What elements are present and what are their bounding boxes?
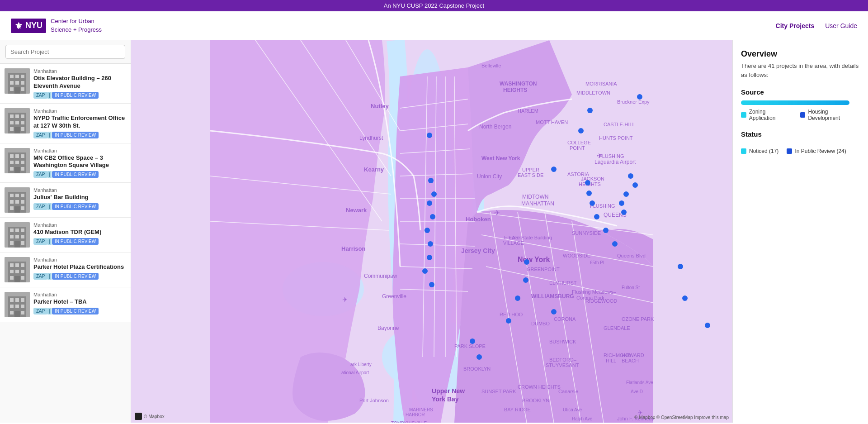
svg-rect-50: [15, 235, 19, 238]
svg-rect-16: [10, 121, 14, 124]
svg-rect-70: [21, 298, 24, 302]
nyu-logo: ⚜ NYU: [11, 19, 46, 33]
svg-rect-40: [21, 200, 24, 204]
svg-rect-42: [21, 206, 24, 210]
project-borough: Manhattan: [33, 257, 126, 262]
svg-rect-47: [15, 229, 19, 232]
tag-zap: ZAP: [33, 203, 47, 210]
svg-rect-26: [21, 154, 24, 158]
svg-point-213: [524, 259, 529, 265]
svg-text:CORONA: CORONA: [554, 316, 576, 322]
svg-rect-25: [15, 154, 19, 158]
nyu-text: NYU: [25, 21, 42, 30]
svg-text:POINT: POINT: [570, 145, 585, 151]
svg-point-199: [428, 241, 433, 247]
svg-rect-28: [15, 161, 19, 164]
svg-rect-32: [14, 167, 20, 173]
svg-rect-43: [14, 206, 20, 213]
project-tags: ZAP | IN PUBLIC REVIEW: [33, 273, 126, 280]
svg-text:Upper New: Upper New: [432, 387, 465, 395]
svg-text:HOWARD: HOWARD: [622, 353, 644, 358]
map-area[interactable]: Nutley Lyndhurst Kearny Newark Harrison …: [131, 40, 732, 423]
tag-review: IN PUBLIC REVIEW: [52, 203, 99, 210]
source-dot-0: [741, 112, 746, 118]
svg-text:MOTT HAVEN: MOTT HAVEN: [536, 119, 568, 125]
right-panel: Overview There are 41 projects in the ar…: [732, 40, 868, 423]
svg-text:York Bay: York Bay: [432, 395, 459, 403]
nav-user-guide[interactable]: User Guide: [825, 22, 857, 29]
project-item[interactable]: ManhattanOtis Elevator Building – 260 El…: [0, 64, 131, 104]
search-input[interactable]: [5, 45, 125, 59]
svg-rect-64: [21, 276, 24, 280]
svg-text:Empire State Building: Empire State Building: [504, 235, 552, 240]
svg-rect-17: [15, 121, 19, 124]
svg-rect-65: [14, 276, 20, 282]
svg-text:HEIGHTS: HEIGHTS: [503, 87, 527, 93]
project-item[interactable]: Manhattan410 Madison TDR (GEM)ZAP | IN P…: [0, 218, 131, 252]
project-thumb: [5, 148, 30, 173]
project-info: ManhattanJulius' Bar BuildingZAP | IN PU…: [33, 187, 126, 210]
attribution-text: © Mapbox © OpenStreetMap Improve this ma…: [634, 415, 729, 420]
svg-text:Kearny: Kearny: [364, 166, 384, 173]
svg-rect-7: [21, 81, 24, 85]
svg-rect-51: [21, 235, 24, 238]
project-name: Parker Hotel – TBA: [33, 298, 126, 306]
project-thumb: [5, 257, 30, 282]
svg-rect-41: [10, 206, 14, 210]
project-thumb: [5, 222, 30, 248]
project-item[interactable]: ManhattanJulius' Bar BuildingZAP | IN PU…: [0, 183, 131, 218]
tag-review: IN PUBLIC REVIEW: [52, 308, 99, 314]
svg-text:Queens Blvd: Queens Blvd: [617, 253, 646, 258]
svg-rect-5: [10, 81, 14, 85]
svg-text:HILL: HILL: [606, 358, 616, 363]
svg-rect-48: [21, 229, 24, 232]
svg-text:ELMHURST: ELMHURST: [549, 280, 577, 286]
svg-text:Union City: Union City: [477, 173, 502, 180]
svg-text:WASHINGTON: WASHINGTON: [500, 81, 537, 87]
svg-point-214: [523, 277, 528, 283]
svg-text:MANHATTAN: MANHATTAN: [521, 200, 554, 207]
project-item[interactable]: ManhattanParker Hotel – TBAZAP | IN PUBL…: [0, 287, 131, 322]
status-title: Status: [741, 130, 860, 138]
project-item[interactable]: ManhattanMN CB2 Office Space – 3 Washing…: [0, 143, 131, 183]
nav-city-projects[interactable]: City Projects: [776, 22, 815, 29]
svg-rect-75: [21, 311, 24, 314]
svg-text:DUMBO: DUMBO: [531, 321, 550, 326]
status-label-0: Noticed (17): [749, 148, 778, 154]
svg-text:✈: ✈: [342, 296, 348, 303]
project-info: ManhattanParker Hotel Plaza Certificatio…: [33, 257, 126, 280]
svg-point-201: [422, 268, 428, 274]
svg-rect-60: [10, 270, 14, 273]
svg-point-220: [705, 323, 710, 328]
svg-text:Belleville: Belleville: [481, 63, 501, 68]
svg-rect-58: [15, 263, 19, 267]
svg-text:Greenville: Greenville: [382, 293, 406, 300]
svg-text:65th Pl: 65th Pl: [590, 260, 604, 265]
project-item[interactable]: ManhattanParker Hotel Plaza Certificatio…: [0, 252, 131, 287]
svg-text:BEACH: BEACH: [622, 358, 639, 363]
svg-point-227: [621, 210, 627, 215]
svg-point-229: [628, 173, 633, 179]
status-legend: Noticed (17) In Public Review (24): [741, 148, 860, 154]
project-tags: ZAP | IN PUBLIC REVIEW: [33, 203, 126, 210]
mapbox-label: © Mapbox: [144, 414, 165, 419]
project-borough: Manhattan: [33, 148, 126, 153]
svg-text:HUNTS POINT: HUNTS POINT: [599, 135, 633, 141]
svg-point-223: [476, 354, 482, 360]
svg-text:ark Liberty: ark Liberty: [350, 362, 372, 367]
svg-rect-73: [21, 305, 24, 308]
project-borough: Manhattan: [33, 187, 126, 193]
svg-text:Lyndhurst: Lyndhurst: [359, 135, 383, 141]
svg-point-200: [427, 255, 432, 260]
svg-rect-13: [10, 114, 14, 118]
tag-review: IN PUBLIC REVIEW: [52, 273, 99, 280]
svg-rect-71: [10, 305, 14, 308]
svg-rect-18: [21, 121, 24, 124]
tag-zap: ZAP: [33, 308, 47, 314]
svg-rect-63: [10, 276, 14, 280]
source-bar-row: [741, 100, 860, 105]
tag-zap: ZAP: [33, 273, 47, 280]
project-item[interactable]: ManhattanNYPD Traffic Enforcement Office…: [0, 104, 131, 143]
svg-rect-57: [10, 263, 14, 267]
project-info: Manhattan410 Madison TDR (GEM)ZAP | IN P…: [33, 222, 126, 245]
